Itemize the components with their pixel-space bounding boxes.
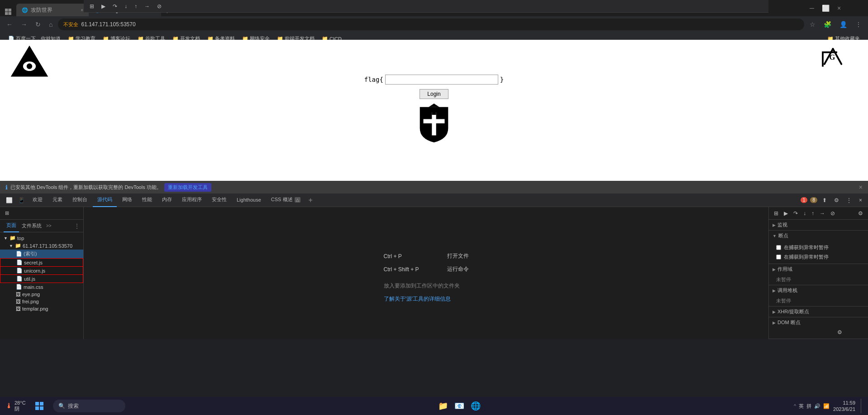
workspace-hint: 放入要添加到工作区中的文件夹	[384, 282, 460, 290]
right-step-btn[interactable]: →	[817, 209, 827, 218]
tree-file-templar[interactable]: 🖼 templar.png	[0, 305, 83, 312]
callstack-status: 未暂停	[776, 298, 791, 303]
host-label: 61.147.171.105:53570	[23, 243, 72, 249]
address-bar[interactable]: 不安全 61.147.171.105:53570	[58, 19, 804, 30]
sources-tab-options[interactable]: ⋮	[74, 223, 80, 229]
tray-network[interactable]: 📶	[823, 403, 830, 409]
settings-button[interactable]: ⋮	[853, 19, 864, 30]
tree-file-unicorn[interactable]: 📄 unicorn.js	[0, 267, 83, 275]
svg-marker-4	[11, 46, 47, 76]
right-resume-btn[interactable]: ▶	[782, 209, 790, 218]
notification-link[interactable]: 重新加载开发工具	[164, 183, 211, 192]
back-button[interactable]: ←	[4, 19, 15, 30]
start-button[interactable]	[33, 400, 46, 412]
tab-lighthouse[interactable]: Lighthouse	[232, 193, 266, 207]
dom-settings-btn[interactable]: ⚙	[835, 328, 844, 337]
scope-content: 未暂停	[769, 274, 868, 285]
exception-checkbox-2[interactable]	[776, 255, 781, 259]
tab-security[interactable]: 安全性	[207, 193, 231, 207]
tab-1[interactable]: 🌐 攻防世界 ×	[16, 4, 89, 16]
minimize-button[interactable]: ─	[806, 4, 818, 13]
callstack-section: ▶ 调用堆栈 未暂停	[769, 285, 868, 307]
sources-tab-filesystem[interactable]: 文件系统	[19, 220, 44, 232]
tab-close-1[interactable]: ×	[81, 8, 83, 13]
tray-up-arrow[interactable]: ^	[794, 403, 796, 409]
tab-sources[interactable]: 源代码	[93, 193, 117, 207]
tab-console[interactable]: 控制台	[68, 193, 92, 207]
tray-lang-pinyin[interactable]: 拼	[806, 403, 811, 410]
windows-icon[interactable]	[4, 7, 13, 16]
extensions-button[interactable]: 🧩	[821, 19, 834, 30]
shortcut-1-desc: 打开文件	[447, 252, 469, 260]
file-icon-templar: 🖼	[16, 306, 21, 311]
forward-button[interactable]: →	[18, 19, 30, 30]
add-tab-button[interactable]: +	[306, 196, 315, 204]
show-desktop-button[interactable]	[861, 399, 863, 413]
tree-file-main-css[interactable]: 📄 main.css	[0, 283, 83, 291]
tab-performance[interactable]: 性能	[138, 193, 157, 207]
svg-rect-1	[9, 9, 12, 12]
watch-section-header[interactable]: ▶ 监视	[769, 220, 868, 230]
tree-file-secret[interactable]: 📄 secret.js	[0, 258, 83, 267]
breakpoints-section-header[interactable]: ▼ 断点	[769, 231, 868, 241]
sources-tab-page[interactable]: 页面	[4, 220, 19, 232]
taskbar-icon-file[interactable]: 📁	[437, 400, 449, 412]
masonic-symbol: G	[816, 42, 850, 78]
tray-lang-en[interactable]: 英	[799, 403, 804, 410]
learn-more-link[interactable]: 了解关于'源'工具的详细信息	[384, 295, 451, 303]
restore-button[interactable]: ⬜	[819, 4, 832, 13]
tab-memory[interactable]: 内存	[157, 193, 176, 207]
right-stepinto-btn[interactable]: ↓	[801, 209, 808, 218]
xhr-section-header[interactable]: ▶ XHR/提取断点	[769, 307, 868, 317]
profile-button[interactable]: 👤	[837, 19, 850, 30]
taskbar-time: 11:59 2023/6/21	[833, 400, 855, 413]
devtools-settings[interactable]: ⚙	[832, 196, 841, 205]
home-button[interactable]: ⌂	[46, 19, 55, 30]
close-button[interactable]: ×	[833, 4, 845, 13]
tab-welcome[interactable]: 欢迎	[28, 193, 47, 207]
tree-file-index[interactable]: 📄 (索引)	[0, 250, 83, 258]
devtools-close[interactable]: ×	[857, 196, 864, 205]
sidebar-split-button[interactable]: ⊞	[3, 209, 11, 217]
refresh-button[interactable]: ↻	[33, 19, 43, 30]
tab-css-overview[interactable]: CSS 概述 △	[267, 193, 305, 207]
tree-root-top[interactable]: ▼ 📁 top	[0, 234, 83, 242]
login-button[interactable]: Login	[420, 89, 448, 99]
taskbar-icon-mail[interactable]: 📧	[453, 400, 466, 412]
tree-host[interactable]: ▼ 📁 61.147.171.105:53570	[0, 242, 83, 250]
tree-file-util[interactable]: 📄 util.js	[0, 275, 83, 283]
scope-section-header[interactable]: ▶ 作用域	[769, 264, 868, 274]
tray-volume[interactable]: 🔊	[814, 403, 820, 409]
tree-file-frei[interactable]: 🖼 frei.png	[0, 298, 83, 305]
tab-elements[interactable]: 元素	[48, 193, 67, 207]
sources-tab-more[interactable]: >>	[46, 223, 52, 228]
tab-network[interactable]: 网络	[118, 193, 137, 207]
callstack-section-header[interactable]: ▶ 调用堆栈	[769, 285, 868, 296]
svg-rect-11	[424, 119, 445, 123]
svg-rect-3	[9, 12, 12, 15]
right-deactivate-btn[interactable]: ⊘	[828, 209, 837, 218]
exception-checkbox-1[interactable]	[776, 245, 781, 250]
search-icon: 🔍	[58, 403, 65, 409]
inspect-element-button[interactable]: ⬜	[4, 196, 15, 205]
right-settings-btn[interactable]: ⚙	[856, 209, 865, 218]
svg-rect-16	[40, 402, 43, 406]
bookmark-star[interactable]: ☆	[807, 19, 818, 30]
taskbar-search[interactable]: 🔍 搜索	[53, 400, 125, 412]
nav-bar: ← → ↻ ⌂ 不安全 61.147.171.105:53570 ☆ 🧩 👤 ⋮	[0, 16, 868, 33]
file-label-util: util.js	[24, 276, 35, 282]
device-toolbar-button[interactable]: 📱	[16, 196, 27, 205]
right-split-btn[interactable]: ⊞	[772, 209, 781, 218]
dom-section-header[interactable]: ▶ DOM 断点	[769, 317, 868, 328]
right-stepout-btn[interactable]: ↑	[809, 209, 816, 218]
devtools-share[interactable]: ⬆	[820, 196, 829, 205]
checkbox-exception-2: 在捕获到异常时暂停	[776, 252, 861, 262]
devtools-customize[interactable]: ⋮	[844, 196, 854, 205]
breakpoints-section: ▼ 断点 在捕获到异常时暂停 在捕获到异常时暂停	[769, 231, 868, 264]
flag-input[interactable]	[385, 75, 498, 85]
right-stepover-btn[interactable]: ↷	[791, 209, 800, 218]
notification-close[interactable]: ×	[859, 184, 863, 191]
tree-file-eye[interactable]: 🖼 eye.png	[0, 291, 83, 298]
taskbar-icon-edge[interactable]: 🌐	[469, 400, 482, 412]
tab-application[interactable]: 应用程序	[177, 193, 206, 207]
